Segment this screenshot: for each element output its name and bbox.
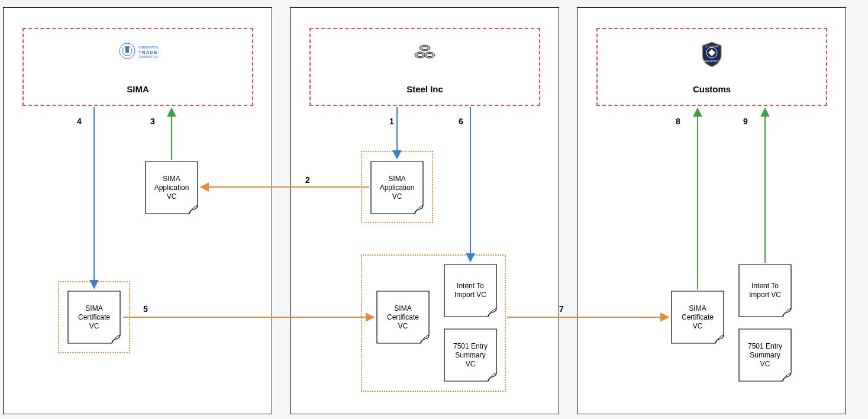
svg-text:BORDER PROTECTION: BORDER PROTECTION xyxy=(702,60,721,63)
doc-intent-right: Intent ToImport VC xyxy=(738,264,792,317)
svg-text:TRADE: TRADE xyxy=(138,50,158,55)
doc-intent-mid: Intent ToImport VC xyxy=(444,264,497,317)
customs-badge-icon: U.S. CUSTOMS BORDER PROTECTION xyxy=(700,41,724,69)
org-title-steel: Steel Inc xyxy=(311,84,539,94)
diagram-canvas: INTERNATIONAL TRADE ADMINISTRATION SIMA … xyxy=(0,0,868,419)
step-1: 1 xyxy=(389,117,394,126)
steel-pipes-icon xyxy=(412,41,438,65)
svg-rect-2 xyxy=(125,47,129,53)
svg-text:INTERNATIONAL: INTERNATIONAL xyxy=(138,46,159,49)
org-title-customs: Customs xyxy=(598,84,826,94)
doc-sima-cert-left: SIMACertificateVC xyxy=(67,291,121,344)
doc-sima-app-mid: SIMAApplicationVC xyxy=(370,161,424,214)
step-3: 3 xyxy=(150,117,155,126)
svg-point-7 xyxy=(417,54,423,57)
doc-label: SIMAApplicationVC xyxy=(145,175,198,201)
step-6: 6 xyxy=(459,117,463,126)
org-box-steel: Steel Inc xyxy=(309,28,540,106)
step-9: 9 xyxy=(743,117,748,126)
doc-sima-cert-mid: SIMACertificateVC xyxy=(376,291,430,344)
org-box-customs: U.S. CUSTOMS BORDER PROTECTION Customs xyxy=(596,28,827,106)
doc-sima-app-left: SIMAApplicationVC xyxy=(145,161,198,214)
step-2: 2 xyxy=(305,175,310,185)
doc-sima-cert-right: SIMACertificateVC xyxy=(671,291,724,344)
step-4: 4 xyxy=(77,117,82,126)
doc-label: Intent ToImport VC xyxy=(444,282,497,299)
svg-text:U.S. CUSTOMS: U.S. CUSTOMS xyxy=(705,46,718,48)
doc-label: 7501 EntrySummaryVC xyxy=(738,342,792,369)
doc-label: SIMACertificateVC xyxy=(67,304,121,331)
doc-label: 7501 EntrySummaryVC xyxy=(444,342,497,369)
step-7: 7 xyxy=(559,304,564,314)
doc-7501-right: 7501 EntrySummaryVC xyxy=(738,328,792,382)
doc-label: SIMAApplicationVC xyxy=(370,175,424,201)
org-box-sima: INTERNATIONAL TRADE ADMINISTRATION SIMA xyxy=(22,28,253,106)
step-8: 8 xyxy=(676,117,680,126)
svg-text:ADMINISTRATION: ADMINISTRATION xyxy=(138,55,159,59)
doc-label: Intent ToImport VC xyxy=(738,282,792,299)
doc-label: SIMACertificateVC xyxy=(376,304,430,331)
svg-point-11 xyxy=(422,47,428,50)
org-title-sima: SIMA xyxy=(24,84,252,94)
ita-trade-logo-icon: INTERNATIONAL TRADE ADMINISTRATION xyxy=(117,41,159,63)
svg-point-9 xyxy=(427,54,433,57)
step-5: 5 xyxy=(143,304,148,314)
doc-label: SIMACertificateVC xyxy=(671,304,724,331)
doc-7501-mid: 7501 EntrySummaryVC xyxy=(444,328,497,382)
